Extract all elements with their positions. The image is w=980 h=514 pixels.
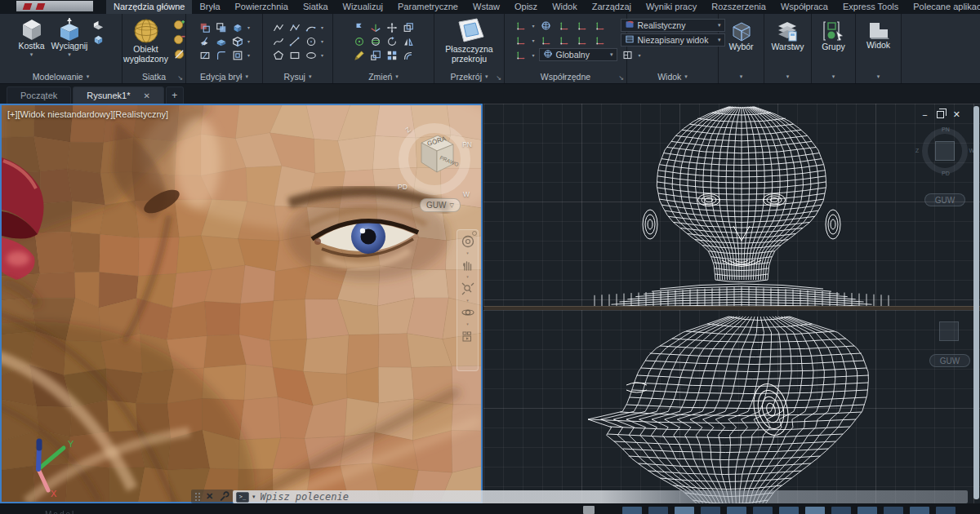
3d-rotate-icon[interactable]: [368, 35, 382, 48]
panel-title-wybor[interactable]: ▾: [719, 70, 764, 83]
status-toggle-6[interactable]: [753, 507, 773, 514]
chevron-down-icon[interactable]: ▾: [321, 52, 323, 58]
status-icon[interactable]: [583, 506, 595, 514]
chevron-down-icon[interactable]: ▾: [252, 494, 256, 500]
chevron-down-icon[interactable]: ▾: [532, 23, 534, 29]
move-icon[interactable]: [385, 21, 399, 34]
button-modelowanie[interactable]: Wyciągnij▾: [50, 16, 90, 59]
circle-icon[interactable]: [304, 35, 318, 48]
command-input-bar[interactable]: >_ ▾ Wpisz polecenie: [233, 490, 968, 503]
layout-tab-partial[interactable]: Model: [45, 510, 75, 514]
showmotion-icon[interactable]: [460, 328, 475, 343]
compass-east-label[interactable]: W: [463, 190, 470, 198]
status-toggle-1[interactable]: [622, 507, 642, 514]
restore-button[interactable]: [937, 111, 944, 118]
erase-icon[interactable]: [352, 49, 366, 62]
move-gizmo-icon[interactable]: [352, 21, 366, 34]
polysolid-icon[interactable]: [91, 18, 105, 31]
ribbon-tab-4[interactable]: Siatka: [296, 0, 336, 14]
panel-title-widok[interactable]: Widok▾: [627, 70, 718, 83]
button-grupy[interactable]: Grupy: [820, 16, 847, 53]
ribbon-tab-8[interactable]: Opisz: [507, 0, 545, 14]
zoom-icon[interactable]: [460, 281, 475, 296]
offset-edge-icon[interactable]: [230, 49, 244, 62]
panel-title-rysuj[interactable]: Rysuj▾: [263, 70, 332, 83]
customize-wrench-icon[interactable]: [219, 491, 229, 502]
viewport-perspective[interactable]: [+][Widok niestandardowy][Realistyczny] …: [0, 104, 483, 503]
mesh-reduce-icon[interactable]: [172, 33, 186, 46]
viewport-config-icon[interactable]: [621, 48, 635, 61]
ribbon-tab-5[interactable]: Wizualizuj: [336, 0, 391, 14]
3d-align-icon[interactable]: [368, 21, 382, 34]
shell-icon[interactable]: [230, 35, 244, 48]
status-toggle-4[interactable]: [701, 507, 720, 514]
ribbon-tab-10[interactable]: Zarządzaj: [585, 0, 639, 14]
ucs-world-small-icon[interactable]: [539, 19, 553, 32]
ribbon-tab-11[interactable]: Wyniki pracy: [639, 0, 704, 14]
status-toggle-8[interactable]: [805, 507, 825, 514]
button-siatka[interactable]: Obiekt wygładzony: [122, 16, 170, 65]
ucs-z-axis-icon[interactable]: [575, 33, 589, 47]
vertical-scrollbar[interactable]: [973, 106, 979, 499]
ucs-selector-button[interactable]: GUW: [929, 354, 970, 367]
viewport-label[interactable]: [+][Widok niestandardowy][Realistyczny]: [7, 109, 168, 119]
scale-icon[interactable]: [368, 49, 382, 62]
ucs-named-icon[interactable]: [593, 33, 607, 47]
polygon-icon[interactable]: [271, 49, 285, 62]
imprint-icon[interactable]: [198, 49, 212, 62]
command-close-icon[interactable]: ✕: [206, 492, 213, 501]
ribbon-tab-13[interactable]: Współpraca: [773, 0, 835, 14]
status-toggle-7[interactable]: [779, 507, 799, 514]
new-drawing-tab-button[interactable]: +: [166, 86, 184, 104]
ribbon-tab-1[interactable]: Narzędzia główne: [106, 0, 192, 14]
viewcube-faint[interactable]: PN Z W PD: [922, 128, 968, 174]
panel-title-przekroj[interactable]: Przekrój▾: [434, 70, 504, 83]
ucs-origin-icon[interactable]: [593, 19, 607, 32]
ucs-dynamic-icon[interactable]: [514, 33, 528, 47]
ribbon-tab-15[interactable]: Polecane aplikacje: [906, 0, 980, 14]
smooth-object-icon[interactable]: [91, 33, 105, 46]
status-toggle-10[interactable]: [858, 507, 877, 514]
polyline-icon[interactable]: [271, 21, 285, 34]
status-toggle-5[interactable]: [727, 507, 746, 514]
status-toggle-9[interactable]: [831, 507, 851, 514]
chevron-down-icon[interactable]: ▾: [532, 52, 534, 58]
viewcube-faint[interactable]: [939, 321, 959, 341]
spline-icon[interactable]: [271, 35, 285, 48]
chevron-down-icon[interactable]: ▾: [247, 38, 250, 44]
ucs-icon[interactable]: [514, 19, 528, 32]
ucs-previous-icon[interactable]: [557, 19, 571, 32]
rotate-icon[interactable]: [385, 35, 399, 48]
ucs-selector-button[interactable]: GUW ▽: [420, 198, 461, 212]
viewcube-cube-icon[interactable]: GÓRA PRAWO: [403, 133, 469, 187]
panel-title-edycja-bryl[interactable]: Edycja brył▾: [186, 70, 262, 83]
button-modelowanie[interactable]: Kostka▾: [16, 16, 47, 59]
chevron-down-icon[interactable]: ▾: [321, 38, 323, 44]
ribbon-tab-3[interactable]: Powierzchnia: [228, 0, 296, 14]
interfere-icon[interactable]: [230, 21, 244, 34]
copy-icon[interactable]: [401, 21, 415, 34]
viewcube[interactable]: PN W PD Z GÓRA PRAWO: [395, 120, 477, 202]
chevron-down-icon[interactable]: ▾: [247, 24, 250, 30]
button-przekroj[interactable]: Płaszczyzna przekroju: [441, 16, 498, 65]
ucs-3point-icon[interactable]: [557, 33, 571, 47]
minimize-button[interactable]: −: [922, 110, 927, 120]
gear-icon[interactable]: [472, 231, 477, 236]
3d-polyline-icon[interactable]: [287, 21, 301, 34]
ribbon-tab-12[interactable]: Rozszerzenia: [704, 0, 773, 14]
thicken-icon[interactable]: [214, 35, 228, 48]
slice-icon[interactable]: [198, 35, 212, 48]
ucs-show-icon[interactable]: [514, 48, 528, 61]
union-icon[interactable]: [198, 21, 212, 34]
ellipse-icon[interactable]: [304, 49, 318, 62]
ucs-selector-button[interactable]: GUW: [924, 193, 965, 206]
status-toggle-11[interactable]: [884, 507, 903, 514]
button-warstwy[interactable]: Warstwy: [770, 16, 806, 53]
panel-expand-icon[interactable]: ↘: [618, 74, 624, 82]
panel-title-wspolrzedne[interactable]: Współrzędne: [505, 70, 626, 83]
subtract-icon[interactable]: [214, 21, 228, 34]
panel-title-modelowanie[interactable]: Modelowanie▾: [0, 70, 122, 83]
close-button[interactable]: ✕: [953, 109, 960, 120]
panel-expand-icon[interactable]: ↘: [177, 74, 183, 82]
button-widok-narzedzia[interactable]: Widok: [865, 16, 893, 51]
